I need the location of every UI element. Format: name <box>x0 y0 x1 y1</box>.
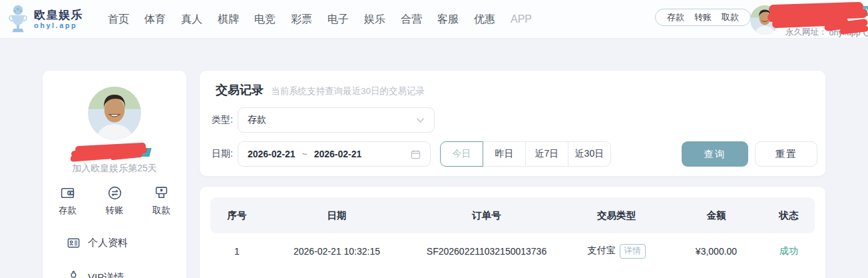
type-filter-row: 类型: 存款 <box>212 107 435 133</box>
wallet-actions-pill: 存款 转账 取款 <box>655 9 751 26</box>
nav-item-home[interactable]: 首页 <box>108 13 129 27</box>
col-header-status: 状态 <box>763 209 815 222</box>
refresh-url-icon[interactable] <box>863 28 868 37</box>
vip-badge: VIP <box>855 6 868 16</box>
permanent-url-value: ohyl.app <box>829 28 861 37</box>
transaction-filter-panel: 交易记录 当前系统支持查询最近30日的交易记录 类型: 存款 日期: 2026-… <box>200 71 825 176</box>
sidebar-quick-actions: 存款 转账 取款 <box>59 185 170 217</box>
date-filter-row: 日期: 2026-02-21 ~ 2026-02-21 今日 昨日 近7日 近3… <box>212 141 817 167</box>
permanent-url: 永久网址： ohyl.app <box>785 27 868 38</box>
vip-crown-icon <box>67 271 81 278</box>
transfer-icon <box>107 185 122 201</box>
sidebar-item-profile[interactable]: 个人资料 <box>67 236 128 250</box>
reset-button[interactable]: 重置 <box>755 141 817 167</box>
nav-item-partner[interactable]: 合营 <box>401 13 422 27</box>
page-title: 交易记录 <box>216 82 264 98</box>
cell-order-no: SF202602211032150013736 <box>410 246 563 257</box>
nav-item-app[interactable]: APP <box>511 13 532 25</box>
sidebar-vip-label: VIP详情 <box>88 271 124 278</box>
brand-name: 欧皇娱乐 <box>34 9 83 22</box>
nav-item-lottery[interactable]: 彩票 <box>291 13 312 27</box>
cell-amount: ¥3,000.00 <box>670 246 763 257</box>
date-range-input[interactable]: 2026-02-21 ~ 2026-02-21 <box>238 141 431 167</box>
sidebar-item-vip[interactable]: VIP详情 <box>67 271 124 278</box>
type-select[interactable]: 存款 <box>238 107 435 133</box>
nav-item-entertainment[interactable]: 娱乐 <box>364 13 385 27</box>
date-from-value: 2026-02-21 <box>248 149 296 159</box>
page-subtitle: 当前系统支持查询最近30日的交易记录 <box>271 85 425 97</box>
range-yesterday-button[interactable]: 昨日 <box>483 141 526 167</box>
cell-status: 成功 <box>763 245 815 257</box>
permanent-url-label: 永久网址： <box>785 27 827 38</box>
wallet-icon <box>60 185 75 201</box>
nav-item-promo[interactable]: 优惠 <box>474 13 495 27</box>
sidebar-withdraw-label: 取款 <box>152 205 170 217</box>
range-7days-button[interactable]: 近7日 <box>525 141 568 167</box>
nav-item-live[interactable]: 真人 <box>181 13 202 27</box>
sidebar-profile-label: 个人资料 <box>88 237 128 249</box>
table-row: 1 2026-02-21 10:32:15 SF2026022110321500… <box>210 233 815 269</box>
nav-item-slots[interactable]: 电子 <box>327 13 349 27</box>
join-days-text: 加入欧皇娱乐第25天 <box>43 163 186 175</box>
id-card-icon <box>67 236 81 250</box>
profile-sidebar: VIP 加入欧皇娱乐第25天 存款 <box>43 71 186 278</box>
cell-type: 支付宝详情 <box>563 244 670 259</box>
sidebar-withdraw-button[interactable]: 取款 <box>152 185 170 217</box>
range-today-button[interactable]: 今日 <box>440 141 483 167</box>
header-withdraw-link[interactable]: 取款 <box>722 11 739 23</box>
panel-title-row: 交易记录 当前系统支持查询最近30日的交易记录 <box>216 82 425 98</box>
sidebar-transfer-button[interactable]: 转账 <box>106 185 124 217</box>
top-navbar: 欧皇娱乐 ohyl.app 首页 体育 真人 棋牌 电竞 彩票 电子 娱乐 合营… <box>0 0 868 39</box>
col-header-order: 订单号 <box>410 209 563 222</box>
quick-range-group: 今日 昨日 近7日 近30日 <box>440 141 611 167</box>
sidebar-deposit-button[interactable]: 存款 <box>59 185 77 217</box>
nav-item-esports[interactable]: 电竞 <box>254 13 276 27</box>
range-30days-button[interactable]: 近30日 <box>568 141 611 167</box>
profile-vip-badge: VIP <box>121 148 151 157</box>
avatar[interactable] <box>750 5 779 35</box>
balance-refresh-icon[interactable] <box>830 15 841 25</box>
chevron-down-icon <box>416 117 425 123</box>
trophy-logo-icon <box>7 4 29 35</box>
col-header-index: 序号 <box>210 209 264 222</box>
transaction-records-page: 欧皇娱乐 ohyl.app 首页 体育 真人 棋牌 电竞 彩票 电子 娱乐 合营… <box>0 0 868 278</box>
date-separator: ~ <box>302 149 308 159</box>
cell-datetime: 2026-02-21 10:32:15 <box>264 246 410 257</box>
nav-item-support[interactable]: 客服 <box>437 13 459 27</box>
table-header-row: 序号 日期 订单号 交易类型 金额 状态 <box>210 197 815 233</box>
sidebar-transfer-label: 转账 <box>106 205 124 217</box>
date-label: 日期: <box>212 148 233 160</box>
date-to-value: 2026-02-21 <box>314 149 362 159</box>
cell-index: 1 <box>210 246 264 257</box>
col-header-type: 交易类型 <box>563 209 670 222</box>
atm-icon <box>154 185 169 201</box>
type-label: 类型: <box>212 114 233 126</box>
brand-domain: ohyl.app <box>34 21 83 30</box>
header-transfer-link[interactable]: 转账 <box>694 11 712 23</box>
query-button[interactable]: 查询 <box>682 141 748 167</box>
type-select-value: 存款 <box>248 114 266 126</box>
sidebar-deposit-label: 存款 <box>59 205 77 217</box>
calendar-icon <box>411 149 421 159</box>
col-header-date: 日期 <box>264 209 410 222</box>
transaction-table-panel: 序号 日期 订单号 交易类型 金额 状态 1 2026-02-21 10:32:… <box>200 187 825 278</box>
col-header-amount: 金额 <box>670 209 763 222</box>
header-deposit-link[interactable]: 存款 <box>667 11 684 23</box>
transaction-type-text: 支付宝 <box>588 245 616 255</box>
nav-item-sports[interactable]: 体育 <box>144 13 166 27</box>
brand-logo[interactable]: 欧皇娱乐 ohyl.app <box>7 4 83 35</box>
main-nav: 首页 体育 真人 棋牌 电竞 彩票 电子 娱乐 合营 客服 优惠 APP <box>108 0 532 39</box>
profile-avatar[interactable] <box>88 87 141 140</box>
detail-badge-button[interactable]: 详情 <box>620 244 646 259</box>
nav-item-chess[interactable]: 棋牌 <box>218 13 239 27</box>
